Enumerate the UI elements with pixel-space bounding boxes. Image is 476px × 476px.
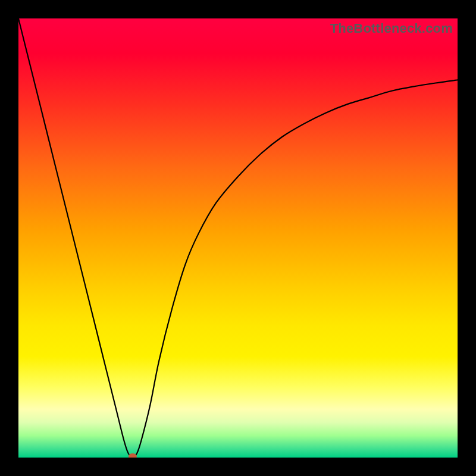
bottleneck-curve — [18, 18, 458, 458]
optimum-marker — [129, 453, 137, 458]
chart-frame: TheBottleneck.com — [0, 0, 476, 476]
plot-area: TheBottleneck.com — [18, 18, 458, 458]
